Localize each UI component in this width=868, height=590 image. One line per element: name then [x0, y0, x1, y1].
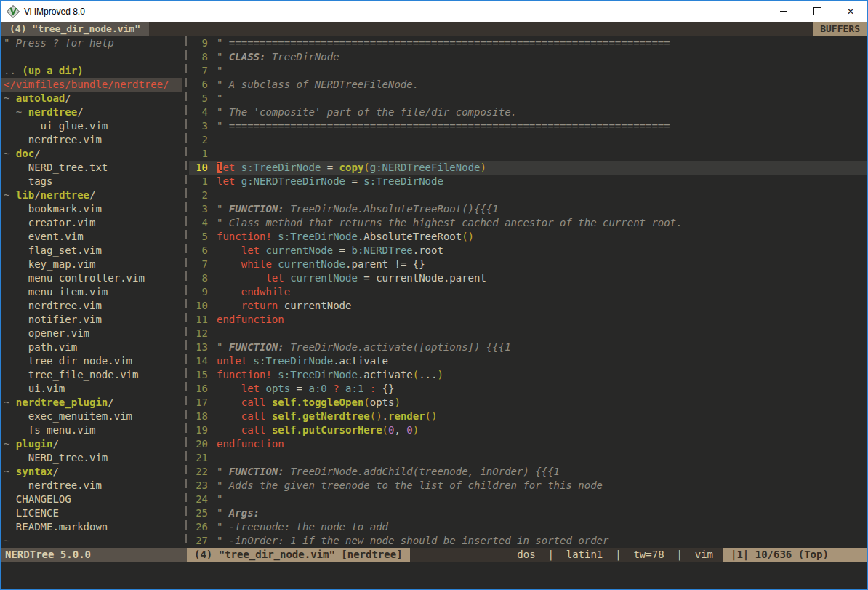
- code-line[interactable]: 12: [189, 327, 867, 340]
- code-line[interactable]: 1: [189, 147, 867, 161]
- line-number: 9: [189, 285, 208, 299]
- code-line[interactable]: 7": [189, 64, 867, 78]
- tree-item[interactable]: ~ doc/: [4, 147, 182, 161]
- tree-item[interactable]: creator.vim: [4, 216, 182, 230]
- code-line[interactable]: 4" The 'composite' part of the file/dir …: [189, 105, 867, 119]
- code-line[interactable]: 8 let currentNode = currentNode.parent: [189, 271, 867, 285]
- minimize-button[interactable]: [767, 1, 800, 22]
- tree-item[interactable]: ~ nerdtree/: [4, 105, 182, 119]
- tree-item[interactable]: nerdtree.vim: [4, 299, 182, 313]
- tree-item[interactable]: ~ nerdtree_plugin/: [4, 396, 182, 410]
- close-button[interactable]: ✕: [834, 1, 867, 22]
- tree-item[interactable]: ui.vim: [4, 382, 182, 396]
- code-line[interactable]: 25" Args:: [189, 506, 867, 520]
- code-line[interactable]: 9 endwhile: [189, 285, 867, 299]
- line-number: 7: [189, 64, 208, 78]
- tree-root-item[interactable]: </vimfiles/bundle/nerdtree/: [1, 78, 182, 92]
- line-number: 9: [189, 36, 208, 50]
- code-line[interactable]: 16 let opts = a:0 ? a:1 : {}: [189, 382, 867, 396]
- tab-tree-dir-node[interactable]: (4) "tree_dir_node.vim": [1, 22, 149, 36]
- line-number: 1: [189, 175, 208, 188]
- tree-item[interactable]: tree_file_node.vim: [4, 368, 182, 382]
- tree-item[interactable]: fs_menu.vim: [4, 423, 182, 437]
- line-number: 1: [189, 147, 208, 161]
- code-line[interactable]: 7 while currentNode.parent != {}: [189, 258, 867, 271]
- tree-item[interactable]: NERD_tree.txt: [4, 161, 182, 175]
- code-line[interactable]: 9" =====================================…: [189, 36, 867, 50]
- line-number: 12: [189, 327, 208, 340]
- tree-item[interactable]: ~ syntax/: [4, 465, 182, 479]
- line-number: 20: [189, 437, 208, 451]
- tree-item[interactable]: tags: [4, 175, 182, 188]
- tree-item[interactable]: tree_dir_node.vim: [4, 354, 182, 368]
- tree-item[interactable]: NERD_tree.vim: [4, 451, 182, 465]
- code-line[interactable]: 1let g:NERDTreeDirNode = s:TreeDirNode: [189, 175, 867, 188]
- line-number: 4: [189, 216, 208, 230]
- code-line[interactable]: 19 call self.putCursorHere(0, 0): [189, 423, 867, 437]
- tree-item[interactable]: ~ plugin/: [4, 437, 182, 451]
- code-line[interactable]: 2: [189, 188, 867, 202]
- line-number: 10: [189, 299, 208, 313]
- line-number: 5: [189, 230, 208, 244]
- code-line[interactable]: 2: [189, 133, 867, 147]
- tree-item[interactable]: ~: [4, 534, 182, 548]
- tree-item[interactable]: ~ lib/nerdtree/: [4, 188, 182, 202]
- tree-item[interactable]: opener.vim: [4, 327, 182, 340]
- code-line[interactable]: 5function! s:TreeDirNode.AbsoluteTreeRoo…: [189, 230, 867, 244]
- tree-item[interactable]: path.vim: [4, 340, 182, 354]
- line-number: 23: [189, 479, 208, 493]
- tree-item[interactable]: menu_item.vim: [4, 285, 182, 299]
- window-separator[interactable]: [182, 36, 189, 548]
- tree-item[interactable]: flag_set.vim: [4, 244, 182, 258]
- code-line[interactable]: 8" CLASS: TreeDirNode: [189, 50, 867, 64]
- code-line[interactable]: 3" FUNCTION: TreeDirNode.AbsoluteTreeRoo…: [189, 202, 867, 216]
- code-line[interactable]: 17 call self.toggleOpen(opts): [189, 396, 867, 410]
- tree-item[interactable]: [4, 50, 182, 64]
- maximize-button[interactable]: [800, 1, 834, 22]
- tree-item[interactable]: .. (up a dir): [4, 64, 182, 78]
- title-bar: Vi IMproved 8.0 ✕: [1, 1, 867, 22]
- code-line[interactable]: 6 let currentNode = b:NERDTree.root: [189, 244, 867, 258]
- code-line[interactable]: 13" FUNCTION: TreeDirNode.activate([opti…: [189, 340, 867, 354]
- code-line[interactable]: 23" Adds the given treenode to the list …: [189, 479, 867, 493]
- tree-item[interactable]: notifier.vim: [4, 313, 182, 327]
- tree-item[interactable]: README.markdown: [4, 520, 182, 534]
- tree-item[interactable]: bookmark.vim: [4, 202, 182, 216]
- minimize-icon: [780, 11, 787, 12]
- tree-item[interactable]: key_map.vim: [4, 258, 182, 271]
- tree-item[interactable]: nerdtree.vim: [4, 133, 182, 147]
- status-filename: (4) "tree_dir_node.vim" [nerdtree]: [187, 548, 410, 562]
- line-number: 11: [189, 313, 208, 327]
- tree-item[interactable]: ~ autoload/: [4, 92, 182, 105]
- line-number: 8: [189, 271, 208, 285]
- code-line[interactable]: 18 call self.getNerdtree().render(): [189, 410, 867, 423]
- code-line-current[interactable]: 10let s:TreeDirNode = copy(g:NERDTreeFil…: [189, 161, 867, 175]
- code-line[interactable]: 14unlet s:TreeDirNode.activate: [189, 354, 867, 368]
- code-line[interactable]: 6" A subclass of NERDTreeFileNode.: [189, 78, 867, 92]
- code-line[interactable]: 27" -inOrder: 1 if the new node should b…: [189, 534, 867, 548]
- code-line[interactable]: 22" FUNCTION: TreeDirNode.addChild(treen…: [189, 465, 867, 479]
- code-line[interactable]: 10 return currentNode: [189, 299, 867, 313]
- code-line[interactable]: 5": [189, 92, 867, 105]
- line-number: 24: [189, 493, 208, 506]
- code-line[interactable]: 21: [189, 451, 867, 465]
- code-line[interactable]: 26" -treenode: the node to add: [189, 520, 867, 534]
- gvim-window: Vi IMproved 8.0 ✕ (4) "tree_dir_node.vim…: [0, 0, 868, 590]
- status-line: NERDTree 5.0.0 (4) "tree_dir_node.vim" […: [1, 548, 867, 562]
- tree-item[interactable]: ui_glue.vim: [4, 119, 182, 133]
- code-line[interactable]: 4" Class method that returns the highest…: [189, 216, 867, 230]
- code-line[interactable]: 24": [189, 493, 867, 506]
- code-line[interactable]: 3" =====================================…: [189, 119, 867, 133]
- tree-item[interactable]: LICENCE: [4, 506, 182, 520]
- code-line[interactable]: 15function! s:TreeDirNode.activate(...): [189, 368, 867, 382]
- tree-item[interactable]: " Press ? for help: [4, 36, 182, 50]
- line-number: 2: [189, 188, 208, 202]
- status-settings: dos | latin1 | tw=78 | vim: [517, 548, 713, 562]
- tree-item[interactable]: menu_controller.vim: [4, 271, 182, 285]
- code-line[interactable]: 20endfunction: [189, 437, 867, 451]
- tree-item[interactable]: nerdtree.vim: [4, 479, 182, 493]
- tree-item[interactable]: event.vim: [4, 230, 182, 244]
- tree-item[interactable]: exec_menuitem.vim: [4, 410, 182, 423]
- code-line[interactable]: 11endfunction: [189, 313, 867, 327]
- tree-item[interactable]: CHANGELOG: [4, 493, 182, 506]
